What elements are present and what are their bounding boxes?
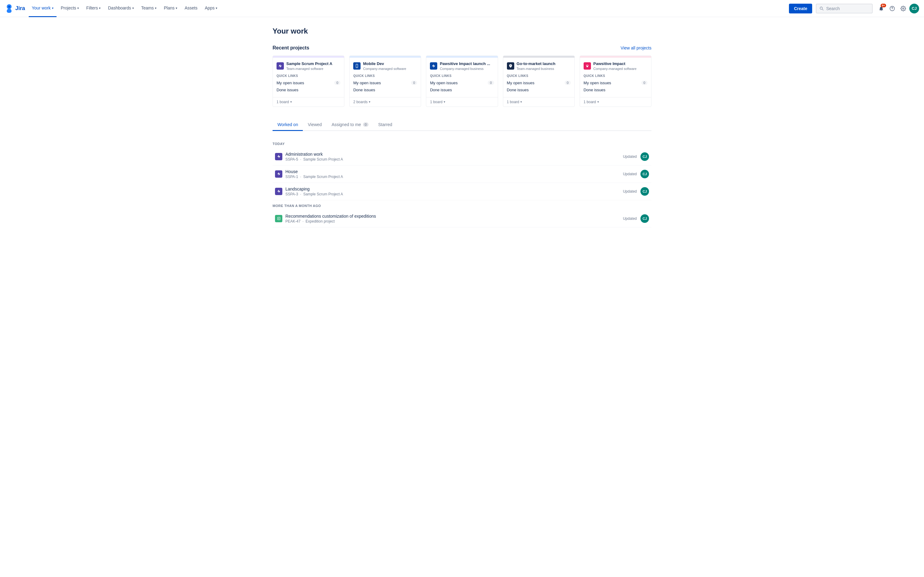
- project-card-pi[interactable]: Pawsitive Impact Company-managed softwar…: [580, 56, 651, 107]
- done-issues-link[interactable]: Done issues: [584, 86, 648, 93]
- project-card-gtm[interactable]: Go-to-market launch Team-managed busines…: [503, 56, 575, 107]
- user-avatar-button[interactable]: CJ: [909, 4, 919, 13]
- card-body: Sample Scrum Project A Team-managed soft…: [273, 58, 344, 97]
- create-button[interactable]: Create: [789, 4, 812, 13]
- card-body: Pawsitive Impact Company-managed softwar…: [580, 58, 651, 97]
- svg-point-7: [587, 65, 587, 65]
- jira-logo[interactable]: Jira: [5, 4, 25, 13]
- nav-plans[interactable]: Plans ▾: [161, 0, 180, 17]
- issue-count-badge: 0: [488, 81, 494, 85]
- quick-links-label: QUICK LINKS: [507, 74, 571, 77]
- chevron-down-icon: ▾: [77, 6, 79, 10]
- work-item-title: Administration work: [285, 152, 343, 156]
- view-all-projects-link[interactable]: View all projects: [620, 45, 651, 50]
- quick-links-label: QUICK LINKS: [584, 74, 648, 77]
- project-card-sspa[interactable]: Sample Scrum Project A Team-managed soft…: [273, 56, 344, 107]
- work-item-meta: SSPA-3 · Sample Scrum Project A: [285, 192, 343, 196]
- project-info: Go-to-market launch Team-managed busines…: [507, 61, 571, 71]
- tab-starred[interactable]: Starred: [373, 119, 397, 131]
- nav-filters[interactable]: Filters ▾: [83, 0, 103, 17]
- section-header: Recent projects View all projects: [273, 45, 651, 51]
- project-type: Company-managed software: [363, 67, 406, 71]
- nav-teams[interactable]: Teams ▾: [138, 0, 160, 17]
- my-open-issues-link[interactable]: My open issues 0: [507, 79, 571, 86]
- work-item[interactable]: Administration work SSPA-5 · Sample Scru…: [273, 148, 651, 166]
- svg-point-5: [586, 65, 587, 66]
- quick-links-label: QUICK LINKS: [353, 74, 417, 77]
- project-name: Pawsitive Impact: [593, 61, 636, 66]
- project-info: Pawsitive Impact Company-managed softwar…: [584, 61, 648, 71]
- board-link[interactable]: 1 board ▾: [580, 97, 651, 106]
- tab-badge: 0: [363, 122, 368, 127]
- project-icon: [276, 62, 284, 69]
- work-item[interactable]: Recommendations customization of expedit…: [273, 210, 651, 227]
- board-link[interactable]: 1 board ▾: [273, 97, 344, 106]
- project-icon: [584, 62, 591, 69]
- project-card-mdev[interactable]: Mobile Dev Company-managed software QUIC…: [349, 56, 421, 107]
- work-item-type-icon: [275, 188, 282, 195]
- tabs: Worked onViewedAssigned to me0Starred: [273, 119, 651, 131]
- time-group-more-than-a-month-ago: MORE THAN A MONTH AGO Recommendations cu…: [273, 200, 651, 227]
- work-item-meta: SSPA-1 · Sample Scrum Project A: [285, 175, 343, 179]
- updated-label: Updated: [623, 155, 637, 159]
- nav-your-work[interactable]: Your work ▾: [29, 0, 57, 17]
- issue-count-badge: 0: [641, 81, 648, 85]
- nav-icons: 9+ CJ: [876, 4, 919, 13]
- my-open-issues-link[interactable]: My open issues 0: [584, 79, 648, 86]
- updated-label: Updated: [623, 216, 637, 221]
- work-item[interactable]: Landscaping SSPA-3 · Sample Scrum Projec…: [273, 183, 651, 200]
- done-issues-link[interactable]: Done issues: [353, 86, 417, 93]
- time-group-label: MORE THAN A MONTH AGO: [273, 200, 651, 210]
- quick-links-label: QUICK LINKS: [276, 74, 340, 77]
- card-body: Mobile Dev Company-managed software QUIC…: [350, 58, 421, 97]
- main-content: Your work Recent projects View all proje…: [260, 17, 664, 237]
- done-issues-link[interactable]: Done issues: [276, 86, 340, 93]
- issue-count-badge: 0: [411, 81, 417, 85]
- tab-assigned-to-me[interactable]: Assigned to me0: [326, 119, 373, 131]
- recent-projects-title: Recent projects: [273, 45, 309, 51]
- tab-viewed[interactable]: Viewed: [303, 119, 326, 131]
- svg-point-8: [587, 65, 588, 65]
- my-open-issues-link[interactable]: My open issues 0: [430, 79, 494, 86]
- updated-label: Updated: [623, 172, 637, 176]
- nav-assets[interactable]: Assets: [181, 0, 200, 17]
- work-item-title: Landscaping: [285, 187, 343, 192]
- project-type: Team-managed business: [517, 67, 556, 71]
- my-open-issues-link[interactable]: My open issues 0: [276, 79, 340, 86]
- settings-button[interactable]: [898, 4, 908, 13]
- work-item-type-icon: [275, 153, 282, 160]
- work-item-title: House: [285, 169, 343, 174]
- nav-apps[interactable]: Apps ▾: [202, 0, 220, 17]
- nav-projects[interactable]: Projects ▾: [58, 0, 82, 17]
- search-input[interactable]: [826, 6, 869, 11]
- done-issues-link[interactable]: Done issues: [430, 86, 494, 93]
- work-item-meta: SSPA-5 · Sample Scrum Project A: [285, 157, 343, 161]
- search-icon: [819, 6, 824, 11]
- board-link[interactable]: 2 boards ▾: [350, 97, 421, 106]
- done-issues-link[interactable]: Done issues: [507, 86, 571, 93]
- board-link[interactable]: 1 board ▾: [503, 97, 574, 106]
- notifications-button[interactable]: 9+: [876, 4, 886, 13]
- work-item[interactable]: House SSPA-1 · Sample Scrum Project A Up…: [273, 166, 651, 183]
- chevron-down-icon: ▾: [176, 6, 177, 10]
- work-item-type-icon: [275, 215, 282, 222]
- chevron-down-icon: ▾: [155, 6, 157, 10]
- search-bar[interactable]: [816, 4, 873, 13]
- card-body: Pawsitive Impact launch ... Company-mana…: [426, 58, 498, 97]
- tab-worked-on[interactable]: Worked on: [273, 119, 303, 131]
- nav-dashboards[interactable]: Dashboards ▾: [105, 0, 137, 17]
- avatar: CJ: [640, 214, 649, 223]
- logo-text: Jira: [15, 5, 25, 11]
- avatar: CJ: [640, 170, 649, 178]
- quick-links-label: QUICK LINKS: [430, 74, 494, 77]
- project-info: Pawsitive Impact launch ... Company-mana…: [430, 61, 494, 71]
- help-button[interactable]: [887, 4, 897, 13]
- svg-point-4: [586, 66, 588, 67]
- project-name: Go-to-market launch: [517, 61, 556, 66]
- issue-count-badge: 0: [565, 81, 571, 85]
- my-open-issues-link[interactable]: My open issues 0: [353, 79, 417, 86]
- work-item-type-icon: [275, 170, 282, 178]
- project-card-pil[interactable]: Pawsitive Impact launch ... Company-mana…: [426, 56, 498, 107]
- recent-projects-section: Recent projects View all projects Sample…: [273, 45, 651, 107]
- board-link[interactable]: 1 board ▾: [426, 97, 498, 106]
